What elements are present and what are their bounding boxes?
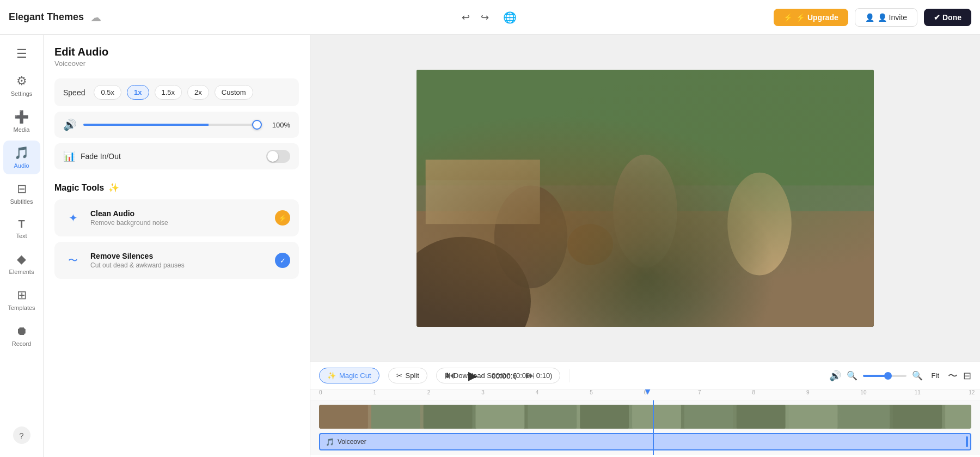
audio-track[interactable]: 🎵 Voiceover bbox=[319, 433, 971, 450]
ruler-1: 1 bbox=[373, 389, 376, 395]
ruler-9: 9 bbox=[806, 389, 810, 395]
split-icon: ✂ bbox=[396, 371, 402, 380]
remove-silences-icon-wrap: 〜 bbox=[63, 251, 83, 270]
magic-star-icon: ✨ bbox=[108, 182, 119, 193]
clean-audio-info: Clean Audio Remove background noise bbox=[90, 209, 267, 227]
sidebar-item-label-audio: Audio bbox=[14, 162, 29, 169]
upgrade-label: ⚡ Upgrade bbox=[796, 13, 838, 22]
svg-point-3 bbox=[494, 185, 567, 288]
svg-rect-2 bbox=[416, 211, 874, 327]
sidebar-item-settings[interactable]: ⚙ Settings bbox=[3, 69, 40, 102]
redo-button[interactable]: ↪ bbox=[477, 8, 492, 27]
done-label: ✔ Done bbox=[934, 13, 961, 22]
svg-point-4 bbox=[613, 155, 677, 268]
svg-rect-1 bbox=[416, 70, 874, 185]
skip-back-button[interactable]: ⏮ bbox=[445, 370, 455, 381]
ruler-11: 11 bbox=[915, 389, 921, 395]
separator bbox=[569, 369, 569, 382]
edit-panel: Edit Audio Voiceover Speed 0.5x 1x 1.5x … bbox=[44, 35, 310, 457]
fit-button[interactable]: Fit bbox=[928, 369, 942, 382]
caption-icon: ⊟ bbox=[963, 370, 971, 382]
clean-audio-card[interactable]: ✦ Clean Audio Remove background noise ⚡ bbox=[54, 199, 299, 236]
video-frame bbox=[416, 70, 874, 327]
sidebar-item-label-media: Media bbox=[14, 126, 30, 133]
ruler-2: 2 bbox=[427, 389, 431, 395]
audio-track-label: Voiceover bbox=[338, 438, 366, 446]
speed-custom[interactable]: Custom bbox=[215, 85, 253, 100]
globe-button[interactable]: 🌐 bbox=[499, 7, 521, 28]
clean-audio-name: Clean Audio bbox=[90, 209, 267, 218]
sidebar-hamburger[interactable]: ☰ bbox=[3, 41, 40, 66]
volume-slider[interactable] bbox=[83, 124, 262, 126]
sidebar-item-label-subtitles: Subtitles bbox=[10, 198, 33, 205]
ruler-7: 7 bbox=[698, 389, 701, 395]
magic-cut-icon: ✨ bbox=[327, 371, 336, 380]
timeline-right-controls: 🔊 🔍 🔍 Fit 〜 ⊟ bbox=[829, 369, 971, 382]
timeline-toolbar: ✨ Magic Cut ✂ Split ⬇ Download Section (… bbox=[310, 362, 980, 389]
remove-silences-badge: ✓ bbox=[275, 253, 290, 268]
cloud-icon: ☁ bbox=[90, 11, 101, 24]
svg-point-9 bbox=[416, 237, 531, 327]
sidebar-item-label-record: Record bbox=[12, 340, 31, 347]
audio-icon: 🎵 bbox=[14, 146, 29, 160]
svg-rect-14 bbox=[476, 405, 525, 429]
upgrade-button[interactable]: ⚡ ⚡ Upgrade bbox=[774, 9, 848, 26]
sidebar-item-record[interactable]: ⏺ Record bbox=[3, 319, 40, 352]
svg-rect-11 bbox=[319, 405, 368, 429]
remove-silences-info: Remove Silences Cut out dead & awkward p… bbox=[90, 252, 267, 269]
magic-cut-button[interactable]: ✨ Magic Cut bbox=[319, 368, 379, 383]
done-button[interactable]: ✔ Done bbox=[924, 9, 971, 26]
speed-label: Speed bbox=[63, 88, 85, 97]
speed-1x[interactable]: 1x bbox=[127, 85, 149, 100]
zoom-out-icon[interactable]: 🔍 bbox=[847, 370, 857, 381]
video-track[interactable] bbox=[319, 405, 971, 429]
undo-redo-group: ↩ ↪ bbox=[458, 8, 492, 27]
video-svg bbox=[416, 70, 874, 327]
svg-rect-21 bbox=[841, 405, 890, 429]
magic-cut-label: Magic Cut bbox=[339, 371, 371, 380]
fade-chart-icon: 📊 bbox=[63, 150, 75, 162]
zoom-slider[interactable] bbox=[863, 375, 906, 377]
split-button[interactable]: ✂ Split bbox=[388, 368, 427, 383]
sidebar-item-elements[interactable]: ◆ Elements bbox=[3, 247, 40, 281]
track-resize-handle[interactable] bbox=[966, 436, 968, 447]
remove-silences-icon: 〜 bbox=[68, 254, 78, 267]
upgrade-lightning-icon: ⚡ bbox=[278, 214, 287, 222]
sidebar-item-templates[interactable]: ⊞ Templates bbox=[3, 283, 40, 316]
svg-rect-15 bbox=[528, 405, 577, 429]
remove-silences-desc: Cut out dead & awkward pauses bbox=[90, 261, 267, 269]
zoom-in-icon[interactable]: 🔍 bbox=[912, 370, 923, 381]
svg-rect-16 bbox=[580, 405, 629, 429]
sidebar-item-subtitles[interactable]: ⊟ Subtitles bbox=[3, 176, 40, 210]
sidebar-item-audio[interactable]: 🎵 Audio bbox=[3, 141, 40, 174]
sidebar-item-text[interactable]: T Text bbox=[3, 212, 40, 245]
svg-rect-19 bbox=[737, 405, 786, 429]
time-display: 00:00:6 bbox=[492, 371, 517, 380]
record-icon: ⏺ bbox=[16, 324, 28, 338]
plus-icon: ➕ bbox=[14, 110, 29, 124]
edit-title: Edit Audio bbox=[54, 46, 299, 58]
settings-icon: ⚙ bbox=[16, 74, 27, 88]
remove-silences-card[interactable]: 〜 Remove Silences Cut out dead & awkward… bbox=[54, 242, 299, 279]
subtitles-icon: ⊟ bbox=[17, 182, 27, 196]
speed-15x[interactable]: 1.5x bbox=[155, 85, 182, 100]
timeline-ruler: 0 1 2 3 4 5 6 7 8 9 10 11 12 bbox=[310, 389, 980, 400]
fade-toggle[interactable] bbox=[266, 150, 290, 163]
video-content bbox=[416, 70, 874, 327]
speed-2x[interactable]: 2x bbox=[187, 85, 209, 100]
ruler-12: 12 bbox=[969, 389, 975, 395]
skip-forward-button[interactable]: ⏭ bbox=[525, 370, 535, 381]
play-button[interactable]: ▶ bbox=[463, 366, 483, 386]
topbar-left: Elegant Themes ☁ bbox=[9, 11, 329, 24]
help-button[interactable]: ? bbox=[13, 426, 30, 444]
clean-audio-badge: ⚡ bbox=[275, 210, 290, 226]
check-icon: ✓ bbox=[280, 257, 286, 265]
undo-button[interactable]: ↩ bbox=[458, 8, 473, 27]
invite-button[interactable]: 👤 👤 Invite bbox=[855, 8, 917, 27]
right-panel: ✨ Magic Cut ✂ Split ⬇ Download Section (… bbox=[310, 35, 980, 457]
svg-rect-20 bbox=[789, 405, 838, 429]
sidebar-item-media[interactable]: ➕ Media bbox=[3, 105, 40, 138]
speed-05x[interactable]: 0.5x bbox=[94, 85, 121, 100]
ruler-0: 0 bbox=[319, 389, 322, 395]
track-area: 🎵 Voiceover bbox=[310, 400, 980, 455]
